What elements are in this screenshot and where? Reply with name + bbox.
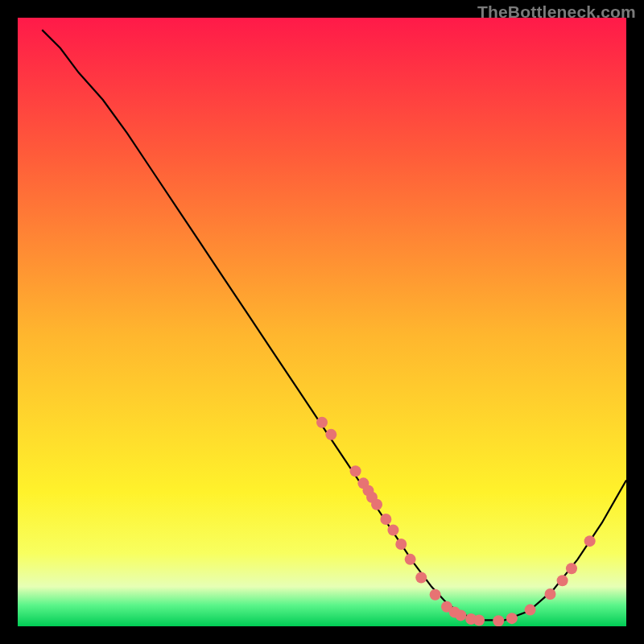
chart-svg [18, 18, 626, 626]
data-point [506, 613, 518, 624]
data-point [566, 563, 577, 574]
data-point [557, 575, 568, 586]
data-point [584, 535, 596, 547]
watermark-text: TheBottleneck.com [477, 2, 636, 22]
data-points-group [316, 417, 596, 626]
data-point [371, 499, 382, 510]
chart-plot-area [18, 18, 626, 626]
data-point [350, 465, 361, 477]
data-point [387, 525, 398, 536]
data-point [493, 615, 504, 626]
data-point [525, 605, 536, 616]
data-point [430, 589, 441, 601]
data-point [380, 514, 391, 525]
bottleneck-curve [42, 30, 626, 620]
data-point [545, 588, 556, 600]
data-point [473, 614, 485, 625]
data-point [455, 609, 466, 621]
data-point [325, 429, 336, 440]
data-point [316, 417, 328, 428]
data-point [415, 572, 427, 584]
chart-frame: TheBottleneck.com [0, 0, 644, 644]
data-point [395, 539, 407, 550]
data-point [405, 554, 416, 565]
